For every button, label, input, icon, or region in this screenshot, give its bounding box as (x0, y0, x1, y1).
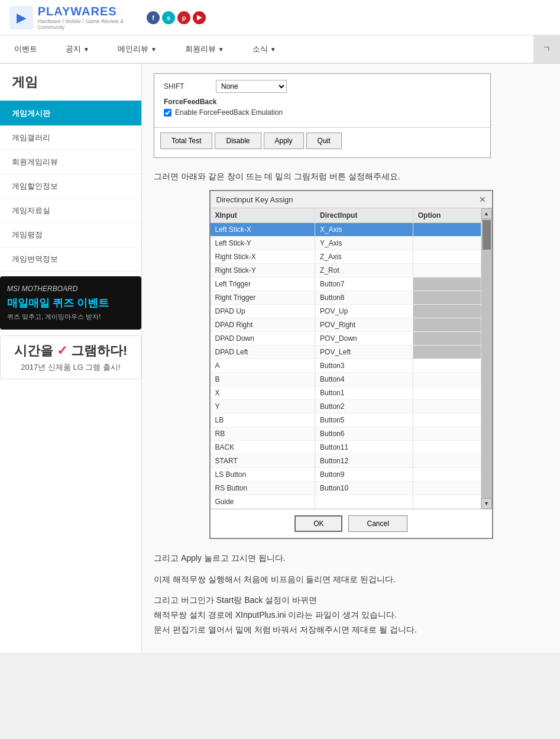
table-row[interactable]: Left Trigger (211, 277, 315, 291)
table-row[interactable]: Left Stick-Y (211, 237, 315, 250)
sidebar-item-game-board[interactable]: 게임게시판 (0, 102, 141, 126)
close-icon[interactable]: ✕ (479, 195, 486, 204)
table-cell-option (413, 264, 481, 277)
table-cell-directinput: Button7 (315, 277, 413, 291)
table-cell-option (413, 305, 481, 318)
col-xinput: XInput (211, 208, 315, 223)
table-row[interactable]: DPAD Up (211, 305, 315, 318)
table-row[interactable]: RS Button (211, 482, 315, 495)
header: ▶ PLAYWARES Hardware / Mobile / Game Rev… (0, 0, 560, 36)
dialog-title-bar: Directinput Key Assign ✕ (211, 191, 492, 208)
table-row[interactable]: Right Stick-X (211, 250, 315, 264)
skype-icon[interactable]: s (162, 11, 175, 24)
nav-item-event[interactable]: 이벤트 (0, 36, 51, 63)
pinterest-icon[interactable]: p (177, 11, 190, 24)
sidebar-item-member-game-review[interactable]: 회원게임리뷰 (0, 150, 141, 175)
table-row[interactable]: LB (211, 414, 315, 427)
top-nav: 이벤트 공지 ▼ 메인리뷰 ▼ 회원리뷰 ▼ 소식 ▼ ㄱ (0, 36, 560, 64)
table-row[interactable]: LS Button (211, 468, 315, 482)
table-cell-option (413, 400, 481, 414)
scroll-track[interactable] (481, 219, 492, 498)
msi-sub: 퀴즈 맞추고, 게이밍마우스 받자! (7, 312, 134, 322)
table-row[interactable]: X (211, 386, 315, 400)
main-content: SHIFT None ForceFeedBack Enable ForceFee… (142, 64, 560, 653)
table-cell-directinput: POV_Up (315, 305, 413, 318)
quit-button[interactable]: Quit (306, 133, 342, 149)
table-cell-directinput: Button6 (315, 427, 413, 441)
ad-msi[interactable]: MSI MOTHERBOARD 매일매일 퀴즈 이벤트 퀴즈 맞추고, 게이밍마… (0, 276, 141, 330)
table-cell-directinput (315, 495, 413, 509)
nav-item-news[interactable]: 소식 ▼ (238, 36, 290, 63)
table-cell-directinput: Button5 (315, 414, 413, 427)
apply-button[interactable]: Apply (264, 133, 304, 149)
dialog-title: Directinput Key Assign (216, 195, 293, 204)
table-cell-option (413, 250, 481, 264)
scrollbar[interactable]: ▲ ▼ (481, 208, 492, 509)
sidebar-item-game-translation[interactable]: 게임번역정보 (0, 247, 141, 272)
table-row[interactable]: START (211, 454, 315, 468)
brand-sub: Hardware / Mobile / Game Review & Commun… (38, 18, 132, 30)
table-cell-option (413, 386, 481, 400)
table-cell-directinput: Button8 (315, 291, 413, 305)
enable-checkbox[interactable] (164, 109, 171, 117)
table-cell-option (413, 427, 481, 441)
table-cell-directinput: Z_Axis (315, 250, 413, 264)
table-row[interactable]: Guide (211, 495, 315, 509)
sidebar-item-game-archive[interactable]: 게임자료실 (0, 199, 141, 223)
table-row[interactable]: DPAD Right (211, 318, 315, 332)
nav-item-notice[interactable]: 공지 ▼ (51, 36, 103, 63)
logo-area: ▶ PLAYWARES Hardware / Mobile / Game Rev… (0, 0, 142, 35)
table-cell-directinput: POV_Left (315, 346, 413, 359)
table-cell-option (413, 318, 481, 332)
table-cell-option (413, 482, 481, 495)
forcefeedback-label: ForceFeedBack (164, 98, 481, 106)
table-row[interactable]: Left Stick-X (211, 223, 315, 237)
desc-text-1: 그러면 아래와 같은 창이 뜨는 데 밑의 그림처럼 버튼 설정해주세요. (154, 170, 548, 183)
scroll-thumb[interactable] (483, 220, 491, 250)
nav-item-member-review[interactable]: 회원리뷰 ▼ (171, 36, 238, 63)
table-cell-directinput: Button3 (315, 359, 413, 373)
col-option: Option (413, 208, 481, 223)
table-row[interactable]: Right Stick-Y (211, 264, 315, 277)
social-nav: f s p ▶ (142, 9, 211, 27)
ok-button[interactable]: OK (294, 515, 342, 532)
msi-logo: MSI MOTHERBOARD (7, 283, 134, 295)
table-row[interactable]: BACK (211, 441, 315, 454)
scroll-down-icon[interactable]: ▼ (481, 498, 492, 509)
chevron-down-icon: ▼ (83, 46, 89, 53)
shift-select[interactable]: None (216, 80, 287, 93)
table-row[interactable]: DPAD Left (211, 346, 315, 359)
table-row[interactable]: RB (211, 427, 315, 441)
table-cell-option (413, 346, 481, 359)
table-cell-directinput: Button10 (315, 482, 413, 495)
disable-button[interactable]: Disable (215, 133, 261, 149)
table-row[interactable]: Y (211, 400, 315, 414)
sidebar-title: 게임 (0, 64, 141, 102)
sidebar-item-game-discount[interactable]: 게임할인정보 (0, 175, 141, 199)
sidebar-item-game-gallery[interactable]: 게임갤러리 (0, 126, 141, 150)
nav-item-main-review[interactable]: 메인리뷰 ▼ (103, 36, 171, 63)
di-table-scroll: XInput DirectInput Option Left Stick-XX_… (211, 208, 481, 509)
scroll-up-icon[interactable]: ▲ (481, 208, 492, 219)
chevron-down-icon: ▼ (218, 46, 224, 53)
shift-label: SHIFT (164, 82, 211, 91)
ad-gram[interactable]: 시간을 ✓ 그램하다! 2017년 신제품 LG 그램 출시! (0, 335, 141, 379)
facebook-icon[interactable]: f (147, 11, 160, 24)
table-cell-option (413, 454, 481, 468)
table-cell-option (413, 332, 481, 346)
cancel-button[interactable]: Cancel (348, 515, 407, 532)
total-test-button[interactable]: Total Test (160, 133, 212, 149)
table-row[interactable]: Right Trigger (211, 291, 315, 305)
sidebar-item-game-rating[interactable]: 게임평점 (0, 223, 141, 247)
desc-para-2: 그리고 Apply 눌르고 끄시면 됩니다. (154, 551, 548, 566)
table-cell-option (413, 495, 481, 509)
dialog-ok-cancel: OK Cancel (211, 509, 492, 538)
table-cell-directinput: Button12 (315, 454, 413, 468)
table-row[interactable]: A (211, 359, 315, 373)
table-row[interactable]: DPAD Down (211, 332, 315, 346)
table-row[interactable]: B (211, 373, 315, 386)
youtube-icon[interactable]: ▶ (193, 11, 206, 24)
table-cell-option (413, 277, 481, 291)
nav-search[interactable]: ㄱ (533, 36, 560, 63)
table-cell-option (413, 359, 481, 373)
